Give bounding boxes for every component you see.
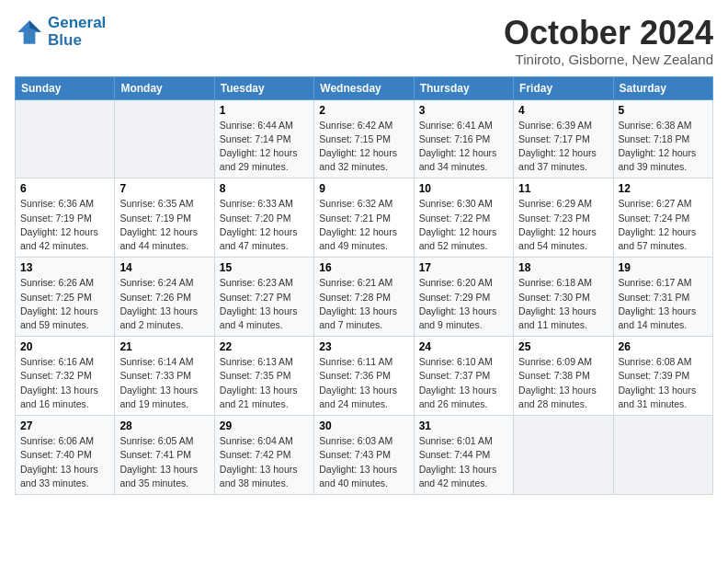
weekday-header-row: SundayMondayTuesdayWednesdayThursdayFrid… — [16, 76, 713, 99]
day-info: Sunrise: 6:44 AMSunset: 7:14 PMDaylight:… — [220, 119, 309, 175]
calendar-cell: 30Sunrise: 6:03 AMSunset: 7:43 PMDayligh… — [314, 416, 414, 495]
calendar-cell: 3Sunrise: 6:41 AMSunset: 7:16 PMDaylight… — [414, 99, 513, 178]
day-info: Sunrise: 6:30 AMSunset: 7:22 PMDaylight:… — [419, 197, 508, 253]
day-number: 18 — [518, 261, 608, 274]
location: Tiniroto, Gisborne, New Zealand — [504, 52, 713, 67]
calendar-cell: 27Sunrise: 6:06 AMSunset: 7:40 PMDayligh… — [16, 416, 115, 495]
calendar-cell: 11Sunrise: 6:29 AMSunset: 7:23 PMDayligh… — [514, 178, 613, 258]
weekday-header-saturday: Saturday — [613, 76, 712, 99]
day-number: 22 — [220, 340, 309, 353]
day-number: 9 — [319, 182, 408, 195]
calendar-cell: 1Sunrise: 6:44 AMSunset: 7:14 PMDaylight… — [214, 99, 313, 178]
day-info: Sunrise: 6:39 AMSunset: 7:17 PMDaylight:… — [518, 119, 608, 175]
day-number: 24 — [419, 340, 508, 353]
calendar-cell: 25Sunrise: 6:09 AMSunset: 7:38 PMDayligh… — [514, 337, 613, 416]
day-info: Sunrise: 6:17 AMSunset: 7:31 PMDaylight:… — [619, 276, 708, 332]
day-number: 2 — [319, 104, 408, 117]
week-row-4: 20Sunrise: 6:16 AMSunset: 7:32 PMDayligh… — [16, 337, 713, 416]
calendar-cell: 24Sunrise: 6:10 AMSunset: 7:37 PMDayligh… — [414, 337, 513, 416]
day-info: Sunrise: 6:06 AMSunset: 7:40 PMDaylight:… — [20, 434, 109, 490]
day-number: 30 — [319, 419, 408, 432]
calendar-cell — [514, 416, 613, 495]
logo: General Blue — [15, 15, 106, 49]
day-info: Sunrise: 6:04 AMSunset: 7:42 PMDaylight:… — [220, 434, 309, 490]
calendar-cell — [115, 99, 214, 178]
day-number: 5 — [619, 104, 708, 117]
day-info: Sunrise: 6:21 AMSunset: 7:28 PMDaylight:… — [319, 276, 408, 332]
week-row-2: 6Sunrise: 6:36 AMSunset: 7:19 PMDaylight… — [16, 178, 713, 258]
calendar-cell: 2Sunrise: 6:42 AMSunset: 7:15 PMDaylight… — [314, 99, 414, 178]
calendar-cell: 16Sunrise: 6:21 AMSunset: 7:28 PMDayligh… — [314, 258, 414, 337]
day-number: 4 — [518, 104, 608, 117]
calendar-cell: 4Sunrise: 6:39 AMSunset: 7:17 PMDaylight… — [514, 99, 613, 178]
weekday-header-tuesday: Tuesday — [214, 76, 313, 99]
calendar-cell — [16, 99, 115, 178]
weekday-header-friday: Friday — [514, 76, 613, 99]
logo-icon — [15, 17, 44, 47]
calendar-cell: 22Sunrise: 6:13 AMSunset: 7:35 PMDayligh… — [214, 337, 313, 416]
calendar-cell: 14Sunrise: 6:24 AMSunset: 7:26 PMDayligh… — [115, 258, 214, 337]
day-number: 10 — [419, 182, 508, 195]
calendar-cell: 18Sunrise: 6:18 AMSunset: 7:30 PMDayligh… — [514, 258, 613, 337]
day-number: 25 — [518, 340, 608, 353]
day-number: 27 — [20, 419, 109, 432]
calendar-cell: 19Sunrise: 6:17 AMSunset: 7:31 PMDayligh… — [613, 258, 712, 337]
day-number: 23 — [319, 340, 408, 353]
day-number: 12 — [619, 182, 708, 195]
weekday-header-sunday: Sunday — [16, 76, 115, 99]
calendar-cell: 20Sunrise: 6:16 AMSunset: 7:32 PMDayligh… — [16, 337, 115, 416]
day-number: 15 — [220, 261, 309, 274]
week-row-3: 13Sunrise: 6:26 AMSunset: 7:25 PMDayligh… — [16, 258, 713, 337]
day-info: Sunrise: 6:29 AMSunset: 7:23 PMDaylight:… — [518, 197, 608, 253]
calendar-cell: 7Sunrise: 6:35 AMSunset: 7:19 PMDaylight… — [115, 178, 214, 258]
week-row-1: 1Sunrise: 6:44 AMSunset: 7:14 PMDaylight… — [16, 99, 713, 178]
logo-blue: Blue — [48, 32, 106, 50]
day-info: Sunrise: 6:08 AMSunset: 7:39 PMDaylight:… — [619, 355, 708, 411]
day-number: 11 — [518, 182, 608, 195]
calendar-table: SundayMondayTuesdayWednesdayThursdayFrid… — [15, 76, 713, 495]
day-number: 20 — [20, 340, 109, 353]
calendar-cell: 28Sunrise: 6:05 AMSunset: 7:41 PMDayligh… — [115, 416, 214, 495]
day-number: 31 — [419, 419, 508, 432]
day-number: 26 — [619, 340, 708, 353]
calendar-cell: 29Sunrise: 6:04 AMSunset: 7:42 PMDayligh… — [214, 416, 313, 495]
day-info: Sunrise: 6:42 AMSunset: 7:15 PMDaylight:… — [319, 119, 408, 175]
calendar-cell: 13Sunrise: 6:26 AMSunset: 7:25 PMDayligh… — [16, 258, 115, 337]
day-info: Sunrise: 6:14 AMSunset: 7:33 PMDaylight:… — [119, 355, 209, 411]
day-number: 21 — [119, 340, 209, 353]
calendar-cell: 6Sunrise: 6:36 AMSunset: 7:19 PMDaylight… — [16, 178, 115, 258]
calendar-cell: 23Sunrise: 6:11 AMSunset: 7:36 PMDayligh… — [314, 337, 414, 416]
day-number: 13 — [20, 261, 109, 274]
day-number: 14 — [119, 261, 209, 274]
calendar-cell: 10Sunrise: 6:30 AMSunset: 7:22 PMDayligh… — [414, 178, 513, 258]
day-info: Sunrise: 6:18 AMSunset: 7:30 PMDaylight:… — [518, 276, 608, 332]
day-info: Sunrise: 6:16 AMSunset: 7:32 PMDaylight:… — [20, 355, 109, 411]
day-number: 29 — [220, 419, 309, 432]
day-number: 17 — [419, 261, 508, 274]
logo-general: General — [48, 14, 106, 31]
day-info: Sunrise: 6:26 AMSunset: 7:25 PMDaylight:… — [20, 276, 109, 332]
calendar-cell: 31Sunrise: 6:01 AMSunset: 7:44 PMDayligh… — [414, 416, 513, 495]
day-info: Sunrise: 6:32 AMSunset: 7:21 PMDaylight:… — [319, 197, 408, 253]
logo-text: General Blue — [48, 15, 106, 49]
calendar-cell: 12Sunrise: 6:27 AMSunset: 7:24 PMDayligh… — [613, 178, 712, 258]
day-info: Sunrise: 6:38 AMSunset: 7:18 PMDaylight:… — [619, 119, 708, 175]
day-info: Sunrise: 6:35 AMSunset: 7:19 PMDaylight:… — [119, 197, 209, 253]
day-info: Sunrise: 6:27 AMSunset: 7:24 PMDaylight:… — [619, 197, 708, 253]
day-info: Sunrise: 6:23 AMSunset: 7:27 PMDaylight:… — [220, 276, 309, 332]
calendar-cell: 9Sunrise: 6:32 AMSunset: 7:21 PMDaylight… — [314, 178, 414, 258]
day-number: 28 — [119, 419, 209, 432]
day-number: 8 — [220, 182, 309, 195]
day-number: 1 — [220, 104, 309, 117]
day-number: 7 — [119, 182, 209, 195]
day-info: Sunrise: 6:13 AMSunset: 7:35 PMDaylight:… — [220, 355, 309, 411]
day-number: 6 — [20, 182, 109, 195]
title-block: October 2024 Tiniroto, Gisborne, New Zea… — [504, 15, 713, 67]
day-info: Sunrise: 6:20 AMSunset: 7:29 PMDaylight:… — [419, 276, 508, 332]
day-info: Sunrise: 6:10 AMSunset: 7:37 PMDaylight:… — [419, 355, 508, 411]
week-row-5: 27Sunrise: 6:06 AMSunset: 7:40 PMDayligh… — [16, 416, 713, 495]
day-info: Sunrise: 6:41 AMSunset: 7:16 PMDaylight:… — [419, 119, 508, 175]
day-info: Sunrise: 6:03 AMSunset: 7:43 PMDaylight:… — [319, 434, 408, 490]
calendar-cell: 26Sunrise: 6:08 AMSunset: 7:39 PMDayligh… — [613, 337, 712, 416]
weekday-header-monday: Monday — [115, 76, 214, 99]
